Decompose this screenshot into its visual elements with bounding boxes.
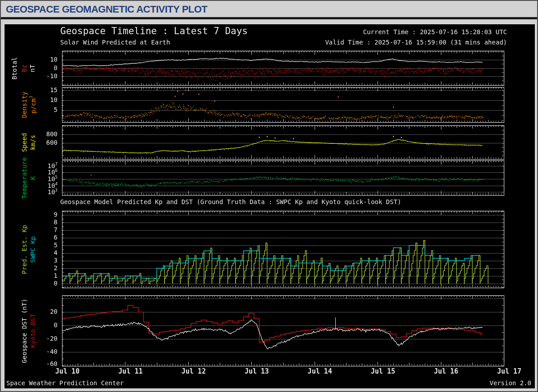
y-tick-label: 103	[4, 188, 58, 196]
footer-credit: Space Weather Prediction Center	[6, 379, 124, 387]
plot-title: Geospace Timeline : Latest 7 Days	[60, 26, 248, 36]
x-tick-label: Jul 12	[176, 367, 212, 375]
y-tick-label: 2	[4, 264, 58, 272]
axis-label-pred-est-kp: Pred. Est. Kp	[21, 225, 28, 274]
plot-area: Geospace Timeline : Latest 7 Days Curren…	[4, 23, 536, 389]
axis-label-temperature: Temperature	[21, 157, 28, 199]
header-separator	[1, 17, 537, 19]
axis-label-nt: nT	[29, 64, 36, 72]
x-tick-label: Jul 16	[428, 367, 464, 375]
axis-label-density: Density	[21, 91, 28, 118]
footer-version: Version 2.0	[489, 379, 531, 387]
y-tick-label: 9	[4, 211, 58, 218]
x-tick-label: Jul 14	[302, 367, 338, 375]
axis-label-swpc-kp: SWPC Kp	[29, 236, 36, 263]
y-tick-label: 7	[4, 226, 58, 233]
axis-label-speed: Speed	[21, 133, 28, 151]
plot-text-overlay: Geospace Timeline : Latest 7 Days Curren…	[4, 24, 535, 388]
axis-label-km-s: km/s	[29, 135, 36, 150]
axis-label-kyoto-dst: Kyoto DST	[29, 314, 36, 348]
plot-subtitle: Solar Wind Predicted at Earth	[60, 39, 170, 46]
geospace-activity-page: { "header": { "title": "GEOSPACE GEOMAGN…	[0, 0, 538, 392]
y-tick-label: -40	[4, 348, 58, 355]
axis-label-geospace-dst-nt-: Geospace DST (nT)	[21, 298, 28, 363]
y-tick-label: -60	[4, 360, 58, 367]
current-time: Current Time : 2025-07-16 15:28:03 UTC	[363, 28, 507, 36]
x-tick-label: Jul 11	[112, 367, 148, 375]
page-title: GEOSPACE GEOMAGNETIC ACTIVITY PLOT	[6, 4, 207, 15]
header-bar: GEOSPACE GEOMAGNETIC ACTIVITY PLOT	[2, 2, 536, 17]
y-tick-label: 8	[4, 218, 58, 226]
y-tick-label: 0	[4, 280, 58, 287]
valid-time: Valid Time : 2025-07-16 15:59:00 (31 min…	[325, 39, 507, 46]
x-tick-label: Jul 17	[491, 367, 527, 375]
section-title: Geospace Model Predicted Kp and DST (Gro…	[60, 198, 401, 205]
y-tick-label: 15	[4, 86, 58, 94]
axis-label-p-cm: p/cm3	[29, 96, 37, 113]
y-tick-label: 1	[4, 272, 58, 279]
x-tick-label: Jul 13	[239, 367, 275, 375]
x-tick-label: Jul 10	[49, 367, 85, 375]
axis-label-k: K	[29, 176, 36, 179]
axis-label-btotal: Btotal	[11, 57, 18, 80]
x-tick-label: Jul 15	[365, 367, 401, 375]
axis-label-bz: Bz	[21, 64, 28, 72]
